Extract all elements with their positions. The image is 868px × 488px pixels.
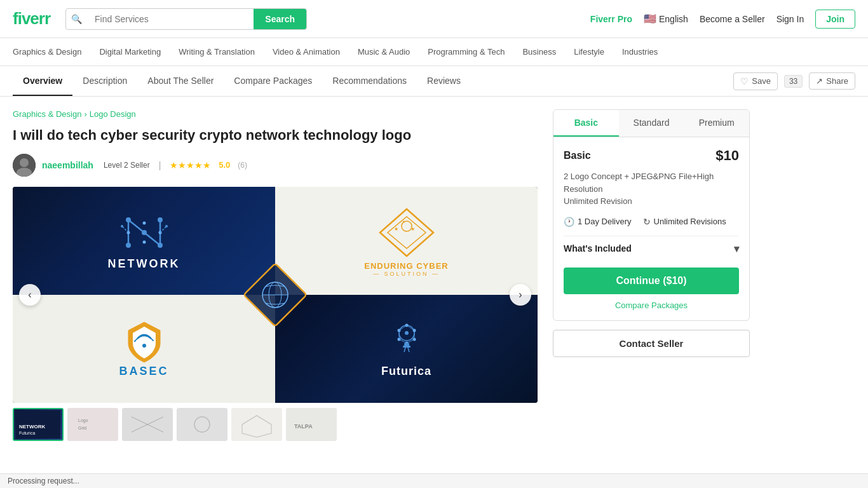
search-input[interactable]: [87, 9, 254, 29]
header-right: Fiverr Pro 🇺🇸 English Become a Seller Si…: [590, 10, 855, 29]
package-name-price: Basic $10: [564, 147, 739, 164]
cat-business[interactable]: Business: [522, 47, 556, 57]
compare-packages-link[interactable]: Compare Packages: [564, 301, 739, 310]
divider: |: [159, 160, 161, 170]
svg-line-15: [122, 226, 128, 233]
save-count: 33: [784, 75, 803, 88]
rating-number: 5.0: [219, 160, 230, 170]
seller-info: naeembillah Level 2 Seller | ★★★★★ 5.0 (…: [13, 154, 538, 177]
svg-point-14: [142, 241, 146, 244]
gallery-prev-button[interactable]: ‹: [19, 284, 41, 306]
package-tabs: Basic Standard Premium: [553, 110, 749, 137]
thumbnail-5[interactable]: [231, 408, 282, 441]
thumbnail-6[interactable]: TALPA: [286, 408, 337, 441]
thumbnail-4[interactable]: [177, 408, 227, 441]
share-button[interactable]: Share: [809, 72, 855, 90]
clock-icon: 🕐: [564, 217, 574, 227]
breadcrumb: Graphics & Design › Logo Design: [13, 109, 538, 119]
delivery-feature: 🕐 1 Day Delivery: [564, 217, 632, 227]
search-button[interactable]: Search: [254, 9, 306, 29]
tab-basic[interactable]: Basic: [553, 110, 619, 137]
join-button[interactable]: Join: [815, 10, 855, 29]
seller-avatar: [13, 154, 36, 177]
cat-writing-translation[interactable]: Writing & Translation: [179, 47, 255, 57]
diamond-overlay: [240, 260, 310, 330]
package-price: $10: [715, 147, 739, 164]
tab-compare-packages[interactable]: Compare Packages: [224, 67, 322, 96]
gallery-main: NETWORK ★ ★ ★: [13, 187, 538, 403]
continue-button[interactable]: Continue ($10): [564, 268, 739, 294]
breadcrumb-sub[interactable]: Logo Design: [90, 109, 136, 119]
cat-programming-tech[interactable]: Programming & Tech: [428, 47, 505, 57]
gallery-cell-cyber: ★ ★ ★ ENDURING CYBER — SOLUTION —: [275, 187, 538, 295]
svg-text:Futurica: Futurica: [19, 431, 35, 435]
svg-text:★: ★: [402, 220, 405, 224]
svg-line-42: [404, 348, 405, 352]
refresh-icon: ↻: [643, 217, 651, 227]
cat-lifestyle[interactable]: Lifestyle: [574, 47, 604, 57]
tab-nav: Overview Description About The Seller Co…: [0, 66, 868, 97]
chevron-down-icon: ▾: [734, 243, 739, 255]
cat-music-audio[interactable]: Music & Audio: [358, 47, 410, 57]
svg-point-25: [142, 344, 146, 348]
seller-level: Level 2 Seller: [104, 161, 150, 170]
svg-point-13: [142, 222, 146, 225]
delivery-label: 1 Day Delivery: [578, 217, 632, 226]
gallery-cell-futurica: Futurica: [275, 295, 538, 403]
thumbnail-1[interactable]: NETWORKFuturica: [13, 408, 64, 441]
contact-seller-button[interactable]: Contact Seller: [553, 330, 750, 357]
search-icon: 🔍: [66, 9, 87, 29]
gallery-next-button[interactable]: ›: [510, 284, 531, 306]
svg-text:★: ★: [410, 226, 415, 232]
tab-description[interactable]: Description: [72, 67, 137, 96]
tab-overview[interactable]: Overview: [13, 67, 72, 96]
cat-industries[interactable]: Industries: [622, 47, 658, 57]
svg-point-33: [405, 331, 409, 335]
enduring-cyber-label: ENDURING CYBER: [364, 261, 448, 271]
become-seller-link[interactable]: Become a Seller: [700, 14, 765, 24]
left-column: Graphics & Design › Logo Design I will d…: [13, 109, 538, 444]
svg-point-1: [20, 158, 29, 167]
sign-in-link[interactable]: Sign In: [776, 14, 804, 24]
svg-point-17: [121, 225, 123, 227]
tab-nav-left: Overview Description About The Seller Co…: [13, 67, 471, 96]
right-column: Basic Standard Premium Basic $10 2 Logo …: [553, 109, 750, 444]
cat-graphics-design[interactable]: Graphics & Design: [13, 47, 81, 57]
breadcrumb-cat[interactable]: Graphics & Design: [13, 109, 81, 119]
svg-rect-57: [180, 410, 224, 438]
header: fiverr 🔍 Search Fiverr Pro 🇺🇸 English Be…: [0, 0, 868, 38]
language-selector[interactable]: 🇺🇸 English: [644, 13, 688, 25]
thumbnail-strip: NETWORKFuturica LogoGrid TALPA: [13, 408, 538, 444]
fiverr-pro-link[interactable]: Fiverr Pro: [590, 14, 632, 24]
tab-premium[interactable]: Premium: [684, 110, 749, 137]
seller-name[interactable]: naeembillah: [42, 160, 93, 170]
whats-included-toggle[interactable]: What's Included ▾: [564, 236, 739, 261]
cat-digital-marketing[interactable]: Digital Marketing: [99, 47, 161, 57]
basec-label: BASEC: [119, 365, 168, 378]
package-name: Basic: [564, 150, 591, 161]
share-label: Share: [826, 76, 848, 86]
cat-video-animation[interactable]: Video & Animation: [273, 47, 340, 57]
language-label: English: [659, 14, 688, 24]
review-count: (6): [238, 161, 247, 170]
tab-reviews[interactable]: Reviews: [417, 67, 471, 96]
save-label: Save: [752, 76, 771, 86]
svg-text:★: ★: [394, 226, 398, 232]
package-body: Basic $10 2 Logo Concept + JPEG&PNG File…: [553, 137, 749, 320]
flag-icon: 🇺🇸: [644, 13, 656, 25]
package-features: 🕐 1 Day Delivery ↻ Unlimited Revisions: [564, 217, 739, 227]
thumbnail-3[interactable]: [122, 408, 173, 441]
revisions-feature: ↻ Unlimited Revisions: [643, 217, 726, 227]
thumbnail-2[interactable]: LogoGrid: [67, 408, 118, 441]
tab-about-seller[interactable]: About The Seller: [137, 67, 224, 96]
avatar-initials: [13, 154, 36, 177]
tab-standard[interactable]: Standard: [619, 110, 684, 137]
gig-title: I will do tech cyber security crypto net…: [13, 126, 538, 145]
svg-text:NETWORK: NETWORK: [19, 424, 46, 430]
logo: fiverr: [13, 9, 50, 29]
tab-nav-right: Save 33 Share: [733, 72, 855, 90]
svg-line-43: [408, 348, 409, 352]
gallery-cell-network: NETWORK: [13, 187, 275, 295]
save-button[interactable]: Save: [733, 72, 778, 90]
tab-recommendations[interactable]: Recommendations: [322, 67, 417, 96]
